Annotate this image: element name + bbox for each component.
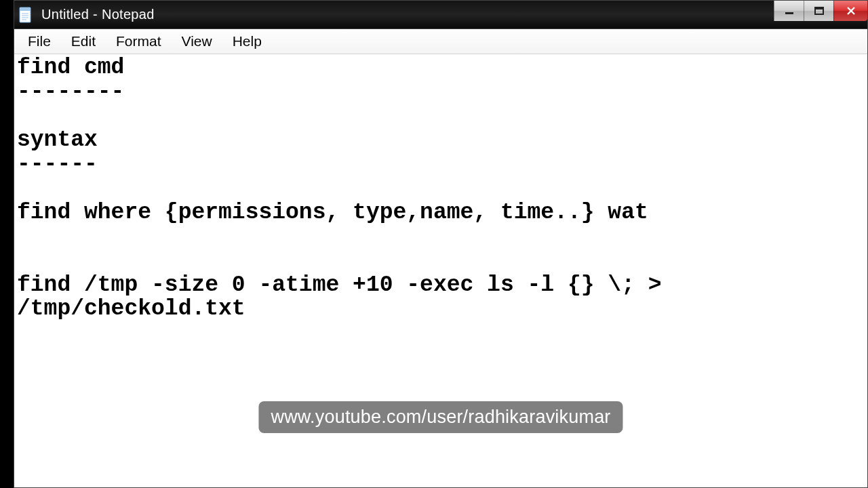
close-button[interactable] <box>833 1 867 21</box>
menubar: File Edit Format View Help <box>14 29 867 54</box>
maximize-icon <box>814 6 825 16</box>
menu-view[interactable]: View <box>172 32 222 51</box>
maximize-button[interactable] <box>804 1 833 21</box>
app-icon <box>18 6 35 24</box>
svg-rect-1 <box>20 7 31 11</box>
menu-help[interactable]: Help <box>223 32 271 51</box>
svg-rect-6 <box>785 12 793 14</box>
menu-file[interactable]: File <box>18 32 60 51</box>
notepad-window: Untitled - Notepad File <box>14 0 868 488</box>
menu-edit[interactable]: Edit <box>62 32 105 51</box>
window-title: Untitled - Notepad <box>41 7 155 22</box>
notepad-icon <box>18 6 35 24</box>
titlebar[interactable]: Untitled - Notepad <box>14 1 867 29</box>
menu-format[interactable]: Format <box>106 32 171 51</box>
minimize-button[interactable] <box>774 1 804 21</box>
close-icon <box>846 6 856 16</box>
svg-rect-8 <box>815 7 823 9</box>
editor-area: www.youtube.com/user/radhikaravikumar <box>14 54 867 487</box>
watermark-overlay: www.youtube.com/user/radhikaravikumar <box>258 401 623 433</box>
minimize-icon <box>784 6 795 16</box>
window-controls <box>774 1 867 21</box>
